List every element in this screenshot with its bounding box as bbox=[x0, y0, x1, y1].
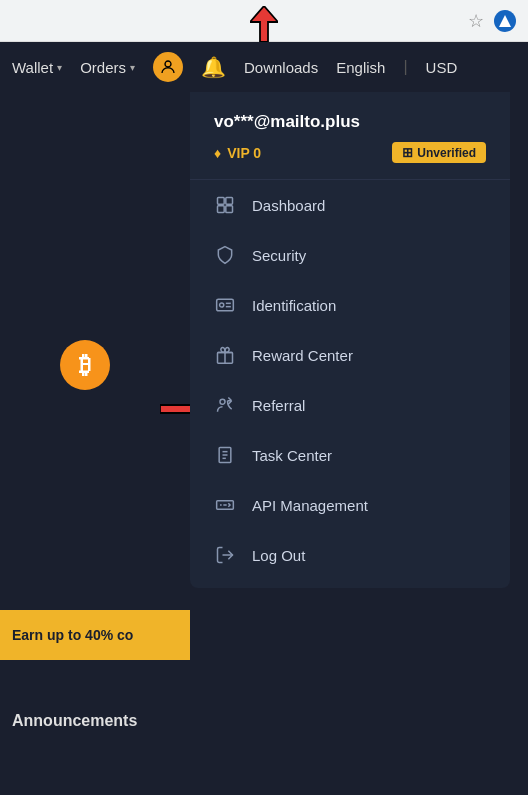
announcements-label: Announcements bbox=[12, 712, 137, 730]
nav-english-label: English bbox=[336, 59, 385, 76]
earn-banner[interactable]: Earn up to 40% co bbox=[0, 610, 190, 660]
nav-usd-label: USD bbox=[426, 59, 458, 76]
svg-marker-0 bbox=[250, 6, 278, 42]
referral-label: Referral bbox=[252, 397, 305, 414]
svg-rect-4 bbox=[226, 198, 233, 205]
identification-label: Identification bbox=[252, 297, 336, 314]
nav-downloads[interactable]: Downloads bbox=[244, 59, 318, 76]
reward-center-label: Reward Center bbox=[252, 347, 353, 364]
nav-wallet-chevron: ▾ bbox=[57, 62, 62, 73]
svg-point-1 bbox=[165, 61, 171, 67]
browser-bar: ☆ bbox=[0, 0, 528, 42]
dropdown-header: vo***@mailto.plus ♦ VIP 0 ⊞ Unverified bbox=[190, 92, 510, 180]
nav-divider: | bbox=[403, 58, 407, 76]
referral-icon bbox=[214, 394, 236, 416]
menu-item-reward-center[interactable]: Reward Center bbox=[190, 330, 510, 380]
api-management-label: API Management bbox=[252, 497, 368, 514]
task-center-label: Task Center bbox=[252, 447, 332, 464]
identification-icon bbox=[214, 294, 236, 316]
menu-item-task-center[interactable]: Task Center bbox=[190, 430, 510, 480]
reward-center-icon bbox=[214, 344, 236, 366]
security-label: Security bbox=[252, 247, 306, 264]
nav-user-icon[interactable] bbox=[153, 52, 183, 82]
nav-downloads-label: Downloads bbox=[244, 59, 318, 76]
btc-area: ₿ bbox=[60, 340, 110, 390]
user-email: vo***@mailto.plus bbox=[214, 112, 486, 132]
browser-star-icon[interactable]: ☆ bbox=[468, 10, 484, 32]
svg-point-8 bbox=[220, 303, 224, 307]
svg-rect-5 bbox=[218, 206, 225, 213]
menu-item-referral[interactable]: Referral bbox=[190, 380, 510, 430]
vip-label: VIP 0 bbox=[227, 145, 261, 161]
menu-item-identification[interactable]: Identification bbox=[190, 280, 510, 330]
nav-wallet-label: Wallet bbox=[12, 59, 53, 76]
nav-bell-icon[interactable]: 🔔 bbox=[201, 55, 226, 79]
vip-badge: ♦ VIP 0 bbox=[214, 145, 261, 161]
menu-item-api-management[interactable]: API Management bbox=[190, 480, 510, 530]
nav-orders[interactable]: Orders ▾ bbox=[80, 59, 135, 76]
unverified-label: Unverified bbox=[417, 146, 476, 160]
id-icon: ⊞ bbox=[402, 145, 413, 160]
top-nav: Wallet ▾ Orders ▾ 🔔 Downloads English | … bbox=[0, 42, 528, 92]
main-background bbox=[0, 92, 190, 795]
nav-english[interactable]: English bbox=[336, 59, 385, 76]
logout-label: Log Out bbox=[252, 547, 305, 564]
earn-banner-text: Earn up to 40% co bbox=[12, 627, 133, 643]
task-center-icon bbox=[214, 444, 236, 466]
nav-orders-label: Orders bbox=[80, 59, 126, 76]
red-arrow-down-indicator bbox=[250, 6, 278, 46]
user-dropdown: vo***@mailto.plus ♦ VIP 0 ⊞ Unverified D… bbox=[190, 92, 510, 588]
nav-orders-chevron: ▾ bbox=[130, 62, 135, 73]
browser-logo-icon bbox=[494, 10, 516, 32]
svg-rect-3 bbox=[218, 198, 225, 205]
menu-item-dashboard[interactable]: Dashboard bbox=[190, 180, 510, 230]
svg-point-12 bbox=[220, 399, 225, 404]
nav-usd[interactable]: USD bbox=[426, 59, 458, 76]
menu-item-logout[interactable]: Log Out bbox=[190, 530, 510, 580]
dashboard-icon bbox=[214, 194, 236, 216]
menu-item-security[interactable]: Security bbox=[190, 230, 510, 280]
unverified-badge[interactable]: ⊞ Unverified bbox=[392, 142, 486, 163]
dashboard-label: Dashboard bbox=[252, 197, 325, 214]
btc-icon: ₿ bbox=[60, 340, 110, 390]
security-icon bbox=[214, 244, 236, 266]
diamond-icon: ♦ bbox=[214, 145, 221, 161]
nav-wallet[interactable]: Wallet ▾ bbox=[12, 59, 62, 76]
api-management-icon bbox=[214, 494, 236, 516]
vip-row: ♦ VIP 0 ⊞ Unverified bbox=[214, 142, 486, 163]
svg-rect-6 bbox=[226, 206, 233, 213]
logout-icon bbox=[214, 544, 236, 566]
